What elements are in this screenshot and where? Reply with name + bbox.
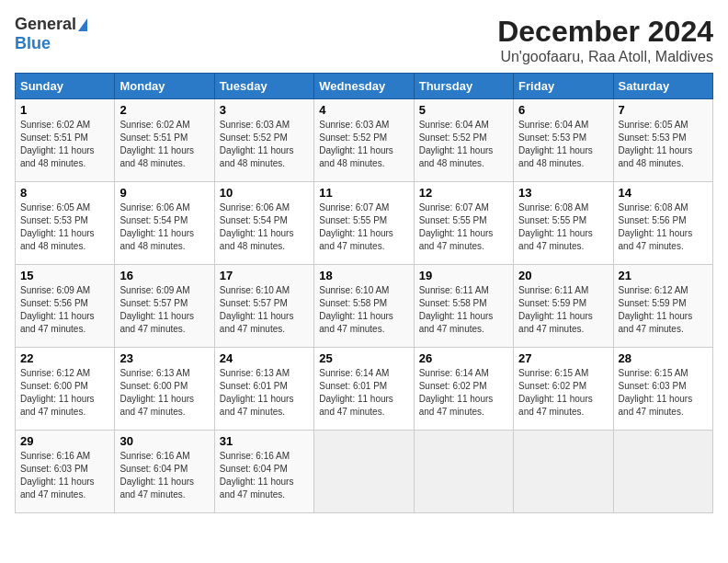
- day-info: Sunrise: 6:07 AMSunset: 5:55 PMDaylight:…: [319, 202, 393, 251]
- calendar-cell: 13 Sunrise: 6:08 AMSunset: 5:55 PMDaylig…: [514, 182, 613, 265]
- day-info: Sunrise: 6:10 AMSunset: 5:57 PMDaylight:…: [220, 285, 294, 334]
- calendar-header-row: SundayMondayTuesdayWednesdayThursdayFrid…: [16, 74, 713, 99]
- day-number: 24: [220, 351, 309, 365]
- calendar-header-wednesday: Wednesday: [314, 74, 414, 99]
- calendar-cell: 9 Sunrise: 6:06 AMSunset: 5:54 PMDayligh…: [115, 182, 214, 265]
- calendar-cell: 11 Sunrise: 6:07 AMSunset: 5:55 PMDaylig…: [314, 182, 414, 265]
- day-number: 5: [419, 103, 508, 117]
- day-info: Sunrise: 6:13 AMSunset: 6:01 PMDaylight:…: [220, 368, 294, 417]
- day-info: Sunrise: 6:03 AMSunset: 5:52 PMDaylight:…: [319, 120, 393, 168]
- day-number: 30: [119, 434, 209, 448]
- calendar-cell: 10 Sunrise: 6:06 AMSunset: 5:54 PMDaylig…: [214, 182, 313, 265]
- calendar-cell: 15 Sunrise: 6:09 AMSunset: 5:56 PMDaylig…: [16, 265, 115, 348]
- page-title: December 2024: [497, 15, 713, 49]
- day-info: Sunrise: 6:07 AMSunset: 5:55 PMDaylight:…: [419, 202, 494, 251]
- day-number: 2: [119, 103, 209, 117]
- day-info: Sunrise: 6:15 AMSunset: 6:03 PMDaylight:…: [619, 368, 693, 417]
- day-number: 11: [319, 186, 408, 200]
- header: General Blue December 2024 Un'goofaaru, …: [15, 15, 713, 65]
- day-number: 3: [220, 103, 309, 117]
- day-info: Sunrise: 6:05 AMSunset: 5:53 PMDaylight:…: [20, 202, 95, 251]
- calendar-cell: [613, 431, 712, 513]
- day-number: 1: [20, 103, 109, 117]
- day-info: Sunrise: 6:06 AMSunset: 5:54 PMDaylight:…: [119, 202, 194, 251]
- calendar-cell: 14 Sunrise: 6:08 AMSunset: 5:56 PMDaylig…: [613, 182, 712, 265]
- day-info: Sunrise: 6:09 AMSunset: 5:56 PMDaylight:…: [20, 285, 95, 334]
- calendar-cell: 7 Sunrise: 6:05 AMSunset: 5:53 PMDayligh…: [613, 99, 712, 182]
- day-info: Sunrise: 6:16 AMSunset: 6:04 PMDaylight:…: [220, 451, 294, 500]
- day-number: 17: [220, 269, 309, 282]
- calendar-cell: 29 Sunrise: 6:16 AMSunset: 6:03 PMDaylig…: [16, 431, 115, 513]
- calendar-week-row: 22 Sunrise: 6:12 AMSunset: 6:00 PMDaylig…: [16, 348, 713, 431]
- calendar-week-row: 8 Sunrise: 6:05 AMSunset: 5:53 PMDayligh…: [16, 182, 713, 265]
- day-info: Sunrise: 6:12 AMSunset: 5:59 PMDaylight:…: [619, 285, 693, 334]
- calendar-header-tuesday: Tuesday: [214, 74, 313, 99]
- day-number: 19: [419, 269, 508, 282]
- calendar-header-thursday: Thursday: [414, 74, 513, 99]
- calendar-cell: [414, 431, 513, 513]
- day-info: Sunrise: 6:15 AMSunset: 6:02 PMDaylight:…: [518, 368, 593, 417]
- day-info: Sunrise: 6:14 AMSunset: 6:01 PMDaylight:…: [319, 368, 393, 417]
- calendar-cell: 31 Sunrise: 6:16 AMSunset: 6:04 PMDaylig…: [214, 431, 313, 513]
- logo-icon: [78, 18, 87, 31]
- day-number: 13: [518, 186, 608, 200]
- day-number: 12: [419, 186, 508, 200]
- calendar-cell: 5 Sunrise: 6:04 AMSunset: 5:52 PMDayligh…: [414, 99, 513, 182]
- day-number: 7: [619, 103, 708, 117]
- calendar-cell: 1 Sunrise: 6:02 AMSunset: 5:51 PMDayligh…: [16, 99, 115, 182]
- day-info: Sunrise: 6:05 AMSunset: 5:53 PMDaylight:…: [619, 120, 693, 168]
- day-number: 27: [518, 351, 608, 365]
- day-info: Sunrise: 6:02 AMSunset: 5:51 PMDaylight:…: [20, 120, 95, 168]
- day-number: 16: [119, 269, 209, 282]
- day-info: Sunrise: 6:03 AMSunset: 5:52 PMDaylight:…: [220, 120, 294, 168]
- calendar-header-friday: Friday: [514, 74, 613, 99]
- day-info: Sunrise: 6:08 AMSunset: 5:56 PMDaylight:…: [619, 202, 693, 251]
- title-area: December 2024 Un'goofaaru, Raa Atoll, Ma…: [497, 15, 713, 65]
- day-info: Sunrise: 6:16 AMSunset: 6:03 PMDaylight:…: [20, 451, 95, 500]
- calendar-cell: 2 Sunrise: 6:02 AMSunset: 5:51 PMDayligh…: [115, 99, 214, 182]
- day-info: Sunrise: 6:02 AMSunset: 5:51 PMDaylight:…: [119, 120, 194, 168]
- calendar-cell: 24 Sunrise: 6:13 AMSunset: 6:01 PMDaylig…: [214, 348, 313, 431]
- calendar-cell: 4 Sunrise: 6:03 AMSunset: 5:52 PMDayligh…: [314, 99, 414, 182]
- day-info: Sunrise: 6:16 AMSunset: 6:04 PMDaylight:…: [119, 451, 194, 500]
- logo-general: General: [15, 15, 76, 34]
- day-number: 31: [220, 434, 309, 448]
- page-subtitle: Un'goofaaru, Raa Atoll, Maldives: [497, 49, 713, 65]
- day-number: 26: [419, 351, 508, 365]
- calendar-cell: 12 Sunrise: 6:07 AMSunset: 5:55 PMDaylig…: [414, 182, 513, 265]
- calendar-header-saturday: Saturday: [613, 74, 712, 99]
- logo: General Blue: [15, 15, 87, 53]
- calendar-cell: 16 Sunrise: 6:09 AMSunset: 5:57 PMDaylig…: [115, 265, 214, 348]
- day-number: 21: [619, 269, 708, 282]
- day-info: Sunrise: 6:04 AMSunset: 5:52 PMDaylight:…: [419, 120, 494, 168]
- day-number: 23: [119, 351, 209, 365]
- logo-blue: Blue: [15, 34, 51, 53]
- calendar-cell: 19 Sunrise: 6:11 AMSunset: 5:58 PMDaylig…: [414, 265, 513, 348]
- calendar-cell: 6 Sunrise: 6:04 AMSunset: 5:53 PMDayligh…: [514, 99, 613, 182]
- calendar-cell: 25 Sunrise: 6:14 AMSunset: 6:01 PMDaylig…: [314, 348, 414, 431]
- day-info: Sunrise: 6:04 AMSunset: 5:53 PMDaylight:…: [518, 120, 593, 168]
- day-number: 15: [20, 269, 109, 282]
- day-number: 8: [20, 186, 109, 200]
- calendar-table: SundayMondayTuesdayWednesdayThursdayFrid…: [15, 73, 713, 513]
- day-info: Sunrise: 6:14 AMSunset: 6:02 PMDaylight:…: [419, 368, 494, 417]
- day-number: 4: [319, 103, 408, 117]
- day-info: Sunrise: 6:13 AMSunset: 6:00 PMDaylight:…: [119, 368, 194, 417]
- calendar-header-monday: Monday: [115, 74, 214, 99]
- day-number: 6: [518, 103, 608, 117]
- calendar-cell: 28 Sunrise: 6:15 AMSunset: 6:03 PMDaylig…: [613, 348, 712, 431]
- calendar-week-row: 15 Sunrise: 6:09 AMSunset: 5:56 PMDaylig…: [16, 265, 713, 348]
- day-info: Sunrise: 6:12 AMSunset: 6:00 PMDaylight:…: [20, 368, 95, 417]
- day-number: 9: [119, 186, 209, 200]
- calendar-cell: 23 Sunrise: 6:13 AMSunset: 6:00 PMDaylig…: [115, 348, 214, 431]
- day-number: 14: [619, 186, 708, 200]
- calendar-cell: 26 Sunrise: 6:14 AMSunset: 6:02 PMDaylig…: [414, 348, 513, 431]
- day-number: 10: [220, 186, 309, 200]
- day-number: 20: [518, 269, 608, 282]
- calendar-cell: 18 Sunrise: 6:10 AMSunset: 5:58 PMDaylig…: [314, 265, 414, 348]
- calendar-cell: [514, 431, 613, 513]
- calendar-cell: 3 Sunrise: 6:03 AMSunset: 5:52 PMDayligh…: [214, 99, 313, 182]
- calendar-cell: 22 Sunrise: 6:12 AMSunset: 6:00 PMDaylig…: [16, 348, 115, 431]
- day-number: 22: [20, 351, 109, 365]
- day-info: Sunrise: 6:08 AMSunset: 5:55 PMDaylight:…: [518, 202, 593, 251]
